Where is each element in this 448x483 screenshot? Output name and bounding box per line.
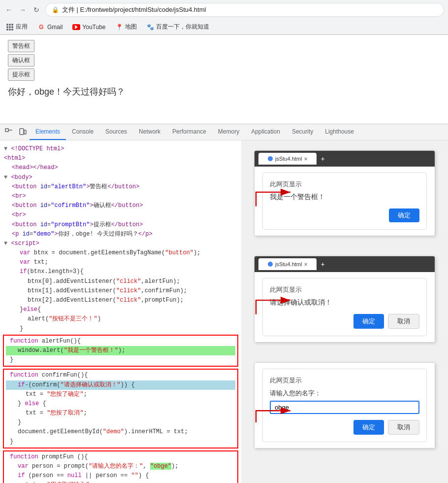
prompt-dialog-title: 此网页显示	[270, 376, 419, 385]
code-line: <head></head>	[0, 163, 241, 172]
alert-dialog-message: 我是一个警告框！	[270, 193, 419, 202]
alert-dialog-container: jsStu4.html ✕ + 此网页显示 我是一个警告框！ 确定	[248, 145, 441, 241]
devtools-body: ▼ <!DOCTYPE html> <html> <head></head> ▼…	[0, 140, 448, 483]
code-line: ▼ <script>	[0, 239, 241, 248]
prompt-dialog-label: 请输入您的名字：	[270, 389, 419, 398]
confirm-ok-btn[interactable]: 确定	[353, 314, 384, 329]
tab-lighthouse[interactable]: Lighthouse	[319, 124, 360, 140]
prompt-cancel-btn[interactable]: 取消	[388, 420, 419, 435]
svg-point-5	[268, 156, 273, 161]
prompt-dialog-box: 此网页显示 请输入您的名字： 确定 取消	[262, 369, 427, 442]
code-line: if-(confirm("请选择确认或取消！")) {	[6, 380, 235, 390]
bookmark-maps[interactable]: 📍 地图	[114, 22, 139, 32]
mini-tab-label-2: jsStu4.html	[275, 261, 302, 267]
svg-rect-0	[5, 129, 8, 132]
prompt-input[interactable]	[270, 401, 419, 414]
code-line: <button id="alertBtn">警告框</button>	[0, 182, 241, 192]
tab-network[interactable]: Network	[133, 124, 166, 140]
device-icon[interactable]	[16, 125, 30, 139]
code-line: }	[6, 437, 235, 447]
nav-bar: ← → ↻ 🔒 文件 | E:/frontweb/project/htmlStu…	[0, 0, 448, 20]
mini-tab-bar-2: jsStu4.html ✕ +	[255, 256, 435, 272]
code-line: }	[6, 418, 235, 427]
tab-performance[interactable]: Performance	[166, 124, 212, 140]
devtools-tab-bar: Elements Console Sources Network Perform…	[0, 124, 448, 140]
mini-tab-1[interactable]: jsStu4.html ✕	[258, 153, 317, 165]
confirm-function-block: function confirmFun(){ if-(confirm("请选择确…	[3, 369, 238, 448]
new-tab-btn-1[interactable]: +	[320, 155, 324, 163]
apps-icon	[6, 23, 14, 31]
tab-sources[interactable]: Sources	[99, 124, 133, 140]
prompt-dialog-buttons: 确定 取消	[270, 420, 419, 435]
tab-console[interactable]: Console	[66, 124, 99, 140]
code-line: document.getElementById("demo").innerHTM…	[6, 427, 235, 437]
code-line: function alertFun(){	[6, 337, 235, 346]
confirm-mini-browser: jsStu4.html ✕ + 此网页显示 请选择确认或取消！ 确定	[254, 256, 435, 343]
code-line: <br>	[0, 192, 241, 201]
code-line: <button id="cofirmBtn">确认框</button>	[0, 201, 241, 210]
browser-chrome: ← → ↻ 🔒 文件 | E:/frontweb/project/htmlStu…	[0, 0, 448, 35]
reload-button[interactable]: ↻	[32, 5, 41, 15]
alert-dialog-box: 此网页显示 我是一个警告框！ 确定	[262, 172, 427, 230]
prompt-button[interactable]: 提示框	[8, 69, 34, 81]
bookmark-apps[interactable]: 应用	[4, 22, 30, 32]
mini-tab-label-1: jsStu4.html	[275, 156, 302, 162]
code-line: <html>	[0, 154, 241, 163]
confirm-cancel-btn[interactable]: 取消	[388, 314, 419, 329]
confirm-dialog-message: 请选择确认或取消！	[270, 298, 419, 307]
alert-dialog-title: 此网页显示	[270, 180, 419, 189]
code-line: var txt;	[0, 258, 241, 267]
code-line: btnx[2].addEventListener("click",promptF…	[0, 296, 241, 305]
address-bar[interactable]: 🔒 文件 | E:/frontweb/project/htmlStu/code/…	[45, 3, 444, 17]
prompt-ok-btn[interactable]: 确定	[353, 420, 384, 435]
alert-confirm-btn[interactable]: 确定	[389, 208, 419, 222]
code-line: var person = prompt("请输入您的名字：", "obge");	[6, 462, 235, 471]
prompt-mini-browser: 此网页显示 请输入您的名字： 确定 取消	[254, 362, 435, 448]
alert-dialog-content: 此网页显示 我是一个警告框！ 确定	[255, 167, 435, 236]
alert-dialog-buttons: 确定	[270, 208, 419, 222]
mini-tab-bar-1: jsStu4.html ✕ +	[255, 151, 435, 167]
code-line: btnx[0].addEventListener("click",alertFu…	[0, 277, 241, 286]
code-line: <br>	[0, 210, 241, 220]
code-line: btnx[1].addEventListener("click",confirm…	[0, 286, 241, 296]
tab-favicon-2	[267, 261, 273, 267]
mini-tab-close-2[interactable]: ✕	[304, 262, 308, 267]
svg-point-6	[268, 262, 273, 267]
bookmark-youtube[interactable]: YouTube	[70, 23, 107, 32]
confirm-dialog-title: 此网页显示	[270, 285, 419, 294]
code-line: alert("按钮不是三个！")	[0, 314, 241, 324]
back-button[interactable]: ←	[4, 5, 14, 15]
bookmark-baidu-label: 百度一下，你就知道	[156, 23, 209, 31]
code-line: <button id="promptBtn">提示框</button>	[0, 220, 241, 230]
confirm-dialog-buttons: 确定 取消	[270, 314, 419, 329]
code-line: var btnx = document.getElementsByTagName…	[0, 248, 241, 258]
code-line: function confirmFun(){	[6, 371, 235, 380]
prompt-dialog-content: 此网页显示 请输入您的名字： 确定 取消	[255, 363, 435, 448]
alert-button[interactable]: 警告框	[8, 40, 34, 52]
bookmark-youtube-label: YouTube	[82, 24, 105, 31]
tab-memory[interactable]: Memory	[212, 124, 245, 140]
code-line: ▼ <!DOCTYPE html>	[0, 144, 241, 154]
tab-elements[interactable]: Elements	[30, 124, 66, 140]
bookmark-gmail[interactable]: G Gmail	[35, 22, 64, 32]
bookmark-gmail-label: Gmail	[47, 24, 63, 31]
forward-button[interactable]: →	[18, 5, 28, 15]
youtube-icon	[72, 24, 80, 30]
tab-application[interactable]: Application	[245, 124, 286, 140]
confirm-button[interactable]: 确认框	[8, 54, 34, 67]
confirm-dialog-container: jsStu4.html ✕ + 此网页显示 请选择确认或取消！ 确定	[248, 251, 441, 347]
tab-favicon-1	[267, 156, 273, 162]
inspect-icon[interactable]	[2, 125, 16, 139]
alert-function-block: function alertFun(){ window.alert("我是一个警…	[3, 335, 238, 367]
new-tab-btn-2[interactable]: +	[320, 260, 324, 268]
bookmark-maps-label: 地图	[125, 23, 137, 31]
mini-tab-2[interactable]: jsStu4.html ✕	[258, 258, 317, 270]
maps-icon: 📍	[116, 24, 123, 31]
devtools: Elements Console Sources Network Perform…	[0, 124, 448, 483]
mini-tab-close-1[interactable]: ✕	[304, 156, 308, 162]
code-line: }	[0, 324, 241, 334]
page-buttons: 警告框 确认框 提示框	[8, 40, 440, 81]
tab-security[interactable]: Security	[286, 124, 319, 140]
alert-mini-browser: jsStu4.html ✕ + 此网页显示 我是一个警告框！ 确定	[254, 150, 435, 236]
bookmark-baidu[interactable]: 🐾 百度一下，你就知道	[145, 22, 211, 32]
